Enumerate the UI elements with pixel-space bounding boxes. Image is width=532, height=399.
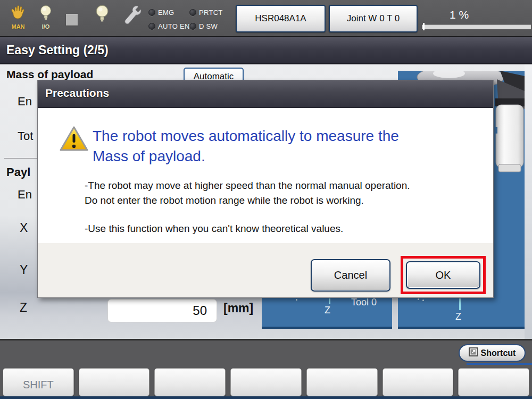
lamp-button[interactable] (95, 5, 110, 26)
function-key[interactable] (306, 368, 378, 396)
z-axis-tick (459, 298, 461, 310)
axis-z-label: Z (455, 311, 461, 322)
function-key[interactable] (383, 368, 454, 396)
robot-name-button[interactable]: HSR048A1A (236, 5, 326, 32)
speed-progress-tick (423, 23, 425, 30)
content-area: Z Z Tool 0 Mass of payload Automatic En … (0, 64, 532, 339)
dialog-heading-line2: Mass of payload. (93, 146, 481, 167)
dialog-detail-line: Do not enter the robot motion range whil… (85, 193, 478, 208)
shift-key-label: SHIFT (23, 379, 54, 391)
dialog-heading-line1: The robot moves automatically to measure… (93, 126, 481, 146)
bottom-bar: Shortcut SHIFT (0, 339, 532, 399)
top-toolbar: MAN I/O (0, 0, 532, 37)
d-sw-led-label: D SW (199, 22, 218, 30)
dialog-detail-text: -The robot may move at higher speed than… (85, 178, 478, 236)
dialog-detail-line: -The robot may move at higher speed than… (85, 178, 478, 193)
io-label: I/O (37, 24, 54, 30)
speed-percentage: 1 % (422, 9, 496, 21)
section-title-mass-of-payload: Mass of payload (6, 68, 93, 81)
motion-mode-button[interactable]: Joint W 0 T 0 (329, 5, 418, 32)
page-title: Easy Setting (2/5) (6, 37, 109, 63)
d-sw-led-icon (189, 23, 196, 30)
d-sw-led: D SW (189, 22, 218, 30)
wrench-icon (121, 20, 142, 29)
axis-origin-dot (422, 300, 424, 301)
enter-label: En (18, 95, 32, 109)
right-scroll-strip (525, 64, 532, 339)
tools-button[interactable] (121, 4, 142, 30)
auto-en-led: AUTO EN (148, 22, 190, 30)
ok-button-highlight-box: OK (401, 256, 486, 294)
man-label: MAN (9, 24, 28, 30)
square-indicator-icon (66, 14, 78, 26)
prtct-led-label: PRTCT (199, 9, 223, 16)
z-unit-label: [mm] (223, 301, 253, 315)
ok-button[interactable]: OK (406, 261, 480, 289)
z-value-input[interactable]: 50 (107, 299, 217, 322)
function-key[interactable] (458, 368, 529, 396)
enter-label: En (18, 188, 32, 202)
lamp-icon (95, 16, 110, 26)
dialog-title: Precautions (38, 80, 493, 99)
axis-origin-dot (418, 298, 419, 300)
function-key[interactable] (79, 368, 150, 396)
dialog-body: The robot moves automatically to measure… (38, 108, 493, 297)
axis-z-label: Z (325, 305, 330, 316)
shortcut-underline (467, 363, 532, 365)
precautions-dialog: Precautions (37, 80, 494, 298)
emg-led-icon (148, 9, 155, 16)
teach-pendant-screen: MAN I/O (0, 0, 532, 399)
tool-number-label: Tool 0 (351, 297, 377, 308)
bottom-blue-strip (0, 396, 532, 399)
x-coordinate-label: X (20, 221, 28, 235)
page-title-bar: Easy Setting (2/5) (0, 37, 532, 64)
z-coordinate-label: Z (20, 301, 27, 315)
prtct-led-icon (189, 9, 196, 16)
dialog-detail-line: -Use this function when you can't know t… (85, 221, 478, 236)
emg-led: EMG (148, 9, 174, 16)
function-key-row: SHIFT (3, 368, 529, 396)
stop-square-button[interactable] (66, 14, 78, 26)
function-key[interactable] (154, 368, 226, 396)
shortcut-icon (469, 347, 478, 359)
function-key[interactable] (230, 368, 302, 396)
shortcut-button[interactable]: Shortcut (459, 344, 526, 362)
dialog-heading: The robot moves automatically to measure… (93, 126, 481, 167)
total-label: Tot (18, 129, 33, 143)
tool-frame-panel: Z Tool 0 (262, 296, 392, 329)
shortcut-label: Shortcut (481, 348, 516, 358)
warning-icon (59, 126, 89, 154)
auto-en-led-label: AUTO EN (158, 22, 190, 30)
axis-origin-dot (296, 299, 297, 301)
y-coordinate-label: Y (20, 263, 28, 277)
io-lamp-button[interactable]: I/O (37, 5, 54, 30)
auto-en-led-icon (148, 23, 155, 30)
payload-section-label: Payl (6, 165, 30, 179)
z-axis-tick (329, 298, 330, 304)
manual-mode-button[interactable]: MAN (9, 5, 28, 30)
emg-led-label: EMG (158, 9, 174, 16)
function-key-shift[interactable]: SHIFT (3, 368, 74, 396)
dialog-title-bar: Precautions (38, 80, 493, 108)
speed-progress-bar (422, 24, 531, 29)
cancel-button[interactable]: Cancel (311, 259, 390, 292)
lamp-icon (39, 14, 53, 23)
hand-icon (10, 14, 27, 23)
prtct-led: PRTCT (189, 9, 223, 16)
